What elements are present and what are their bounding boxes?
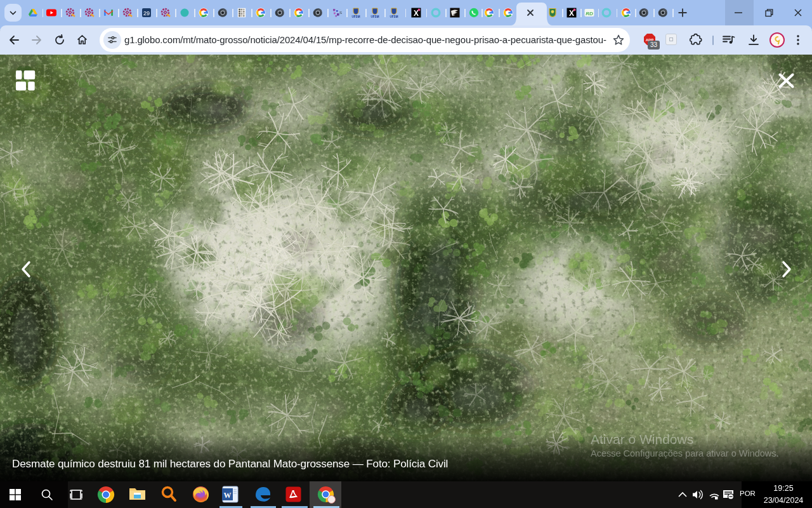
svg-text:UFSM: UFSM [370,15,379,18]
svg-text:S: S [339,11,342,15]
svg-text:UFSM: UFSM [351,15,360,18]
svg-text:29: 29 [143,10,150,17]
svg-text:W: W [224,491,232,500]
svg-text:UFSM: UFSM [390,15,398,18]
svg-text:RD: RD [586,11,593,17]
